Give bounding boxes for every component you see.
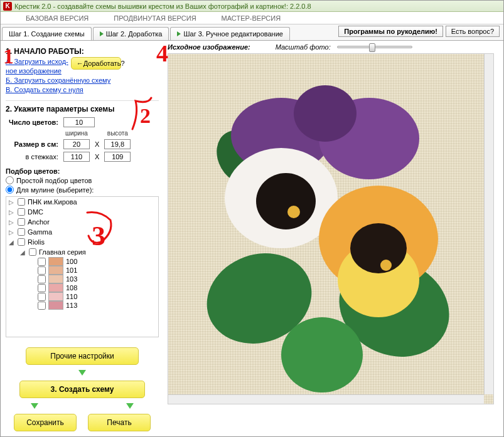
width-st-input[interactable] bbox=[63, 152, 90, 162]
menu-base[interactable]: БАЗОВАЯ ВЕРСИЯ bbox=[26, 14, 88, 22]
colors-input[interactable] bbox=[63, 117, 95, 127]
toggle-icon[interactable]: ▷ bbox=[9, 199, 15, 206]
arrow-icon bbox=[100, 31, 104, 36]
window-titlebar: K Крестик 2.0 - создавайте схемы вышивки… bbox=[1, 1, 503, 12]
tree-checkbox[interactable] bbox=[29, 248, 36, 256]
tree-item[interactable]: ▷Anchor bbox=[6, 217, 158, 227]
size-cm-label: Размер в см: bbox=[7, 139, 60, 150]
tab-step2[interactable]: Шаг 2. Доработка bbox=[93, 27, 169, 40]
tab-step1[interactable]: Шаг 1. Создание схемы bbox=[2, 27, 92, 40]
tree-item[interactable]: ▷ПНК им.Кирова bbox=[6, 197, 158, 207]
window-title: Крестик 2.0 - создавайте схемы вышивки к… bbox=[14, 1, 311, 12]
podbor-header: Подбор цветов: bbox=[6, 167, 159, 175]
tree-color-item[interactable]: 108 bbox=[6, 283, 158, 292]
color-swatch bbox=[48, 275, 63, 283]
arrow-icon bbox=[177, 31, 181, 36]
arrow-down-icon bbox=[78, 370, 86, 376]
toggle-icon[interactable]: ◢ bbox=[20, 249, 26, 256]
color-swatch bbox=[48, 283, 63, 292]
menu-master[interactable]: МАСТЕР-ВЕРСИЯ bbox=[222, 14, 281, 22]
thread-tree[interactable]: ▷ПНК им.Кирова▷DMC▷Anchor▷Gamma◢Riolis◢Г… bbox=[6, 196, 159, 337]
tree-color-item[interactable]: 113 bbox=[6, 301, 158, 310]
tree-checkbox[interactable] bbox=[38, 284, 46, 292]
scrollbar-horizontal[interactable] bbox=[168, 394, 484, 404]
link-create-from-scratch[interactable]: В. Создать схему с нуля bbox=[6, 85, 159, 95]
print-button[interactable]: Печать bbox=[88, 414, 151, 431]
image-canvas[interactable] bbox=[168, 53, 494, 404]
tree-color-item[interactable]: 110 bbox=[6, 292, 158, 301]
scrollbar-vertical[interactable] bbox=[484, 54, 493, 394]
tree-color-item[interactable]: 103 bbox=[6, 275, 158, 283]
width-cm-input[interactable] bbox=[63, 139, 90, 149]
dorabot-button[interactable]: ←Доработать? bbox=[71, 57, 121, 70]
menu-advanced[interactable]: ПРОДВИНУТАЯ ВЕРСИЯ bbox=[114, 14, 196, 22]
zoom-label: Масштаб фото: bbox=[276, 43, 331, 51]
tree-checkbox[interactable] bbox=[38, 258, 46, 266]
color-swatch bbox=[48, 266, 63, 275]
tree-color-item[interactable]: 101 bbox=[6, 266, 158, 275]
source-image-title: Исходное изображение: bbox=[168, 43, 250, 51]
color-swatch bbox=[48, 292, 63, 301]
tree-checkbox[interactable] bbox=[18, 208, 25, 216]
zoom-slider[interactable] bbox=[337, 46, 412, 48]
tree-subitem[interactable]: ◢Главная серия bbox=[6, 247, 158, 257]
menubar: БАЗОВАЯ ВЕРСИЯ ПРОДВИНУТАЯ ВЕРСИЯ МАСТЕР… bbox=[1, 12, 503, 24]
tree-checkbox[interactable] bbox=[38, 275, 46, 283]
tree-checkbox[interactable] bbox=[18, 198, 25, 206]
size-stitch-label: в стежках: bbox=[7, 151, 60, 162]
radio-simple[interactable]: Простой подбор цветов bbox=[6, 176, 159, 184]
toggle-icon[interactable]: ◢ bbox=[9, 239, 15, 246]
tree-checkbox[interactable] bbox=[18, 228, 25, 236]
tree-checkbox[interactable] bbox=[38, 266, 46, 275]
programs-button[interactable]: Программы по рукоделию! bbox=[338, 26, 442, 37]
radio-mouline[interactable]: Для мулине (выберите): bbox=[6, 186, 159, 194]
tree-checkbox[interactable] bbox=[38, 293, 46, 301]
tree-checkbox[interactable] bbox=[18, 218, 25, 226]
question-button[interactable]: Есть вопрос? bbox=[446, 26, 500, 37]
link-load-saved[interactable]: Б. Загрузить сохранённую схему bbox=[6, 76, 159, 85]
right-panel: Исходное изображение: Масштаб фото: bbox=[164, 41, 503, 436]
height-st-input[interactable] bbox=[104, 152, 131, 162]
toggle-icon[interactable]: ▷ bbox=[9, 219, 15, 226]
toggle-icon[interactable]: ▷ bbox=[9, 209, 15, 216]
save-button[interactable]: Сохранить bbox=[14, 414, 77, 431]
tree-item[interactable]: ▷Gamma bbox=[6, 227, 158, 237]
tab-row: Шаг 1. Создание схемы Шаг 2. Доработка Ш… bbox=[1, 24, 503, 41]
other-settings-button[interactable]: Прочие настройки bbox=[26, 347, 139, 365]
arrow-down-icon bbox=[31, 403, 38, 409]
left-panel: 1. НАЧАЛО РАБОТЫ: А. Загрузить исход- но… bbox=[1, 41, 164, 436]
tree-color-item[interactable]: 100 bbox=[6, 257, 158, 266]
params-header: 2. Укажите параметры схемы bbox=[6, 105, 159, 113]
preview-image bbox=[193, 79, 469, 392]
start-header: 1. НАЧАЛО РАБОТЫ: bbox=[6, 47, 159, 56]
tree-checkbox[interactable] bbox=[38, 302, 46, 310]
tree-item[interactable]: ◢Riolis bbox=[6, 237, 158, 247]
tree-checkbox[interactable] bbox=[18, 238, 25, 246]
color-swatch bbox=[48, 301, 63, 310]
create-scheme-button[interactable]: 3. Создать схему bbox=[19, 381, 145, 398]
colors-label: Число цветов: bbox=[7, 117, 60, 128]
app-icon: K bbox=[3, 2, 12, 11]
color-swatch bbox=[48, 257, 63, 266]
tree-item[interactable]: ▷DMC bbox=[6, 207, 158, 217]
toggle-icon[interactable]: ▷ bbox=[9, 229, 15, 236]
tab-step3[interactable]: Шаг 3. Ручное редактирование bbox=[170, 27, 290, 40]
slider-thumb[interactable] bbox=[369, 43, 375, 52]
arrow-down-icon bbox=[126, 403, 134, 409]
height-header: высота bbox=[102, 129, 132, 137]
width-header: ширина bbox=[62, 129, 92, 137]
link-load-source[interactable]: А. Загрузить исход- ное изображение bbox=[6, 57, 68, 76]
height-cm-input[interactable] bbox=[104, 139, 131, 149]
